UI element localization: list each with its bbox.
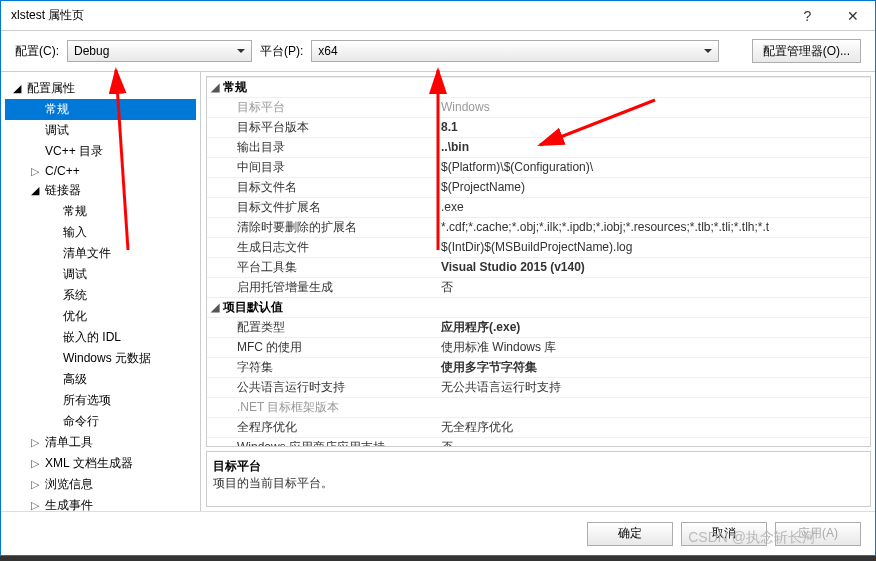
- tree-item[interactable]: ◢链接器: [5, 180, 196, 201]
- property-value[interactable]: *.cdf;*.cache;*.obj;*.ilk;*.ipdb;*.iobj;…: [437, 217, 870, 237]
- property-grid[interactable]: ◢常规目标平台Windows目标平台版本8.1输出目录..\bin中间目录$(P…: [206, 76, 871, 447]
- config-manager-button[interactable]: 配置管理器(O)...: [752, 39, 861, 63]
- tree-item[interactable]: 系统: [5, 285, 196, 306]
- grid-category[interactable]: ◢常规: [207, 77, 870, 97]
- tree-item[interactable]: 调试: [5, 264, 196, 285]
- main-area: ◢配置属性常规调试VC++ 目录▷C/C++◢链接器常规输入清单文件调试系统优化…: [1, 71, 875, 511]
- property-value[interactable]: 无全程序优化: [437, 417, 870, 437]
- property-value[interactable]: $(Platform)\$(Configuration)\: [437, 157, 870, 177]
- tree-item[interactable]: 常规: [5, 99, 196, 120]
- tree-item-label: Windows 元数据: [63, 350, 151, 367]
- property-value[interactable]: 8.1: [437, 117, 870, 137]
- tree-item[interactable]: Windows 元数据: [5, 348, 196, 369]
- nav-tree[interactable]: ◢配置属性常规调试VC++ 目录▷C/C++◢链接器常规输入清单文件调试系统优化…: [1, 72, 201, 511]
- expander-icon: ◢: [31, 184, 41, 197]
- tree-item-label: 生成事件: [45, 497, 93, 511]
- tree-item[interactable]: 嵌入的 IDL: [5, 327, 196, 348]
- tree-item[interactable]: 所有选项: [5, 390, 196, 411]
- tree-item-label: C/C++: [45, 164, 80, 178]
- property-value[interactable]: Visual Studio 2015 (v140): [437, 257, 870, 277]
- window-title: xlstest 属性页: [11, 7, 785, 24]
- tree-item[interactable]: 高级: [5, 369, 196, 390]
- cancel-button[interactable]: 取消: [681, 522, 767, 546]
- grid-row[interactable]: 目标文件扩展名.exe: [207, 197, 870, 217]
- tree-item[interactable]: 调试: [5, 120, 196, 141]
- grid-row[interactable]: 平台工具集Visual Studio 2015 (v140): [207, 257, 870, 277]
- config-combo[interactable]: Debug: [67, 40, 252, 62]
- property-value[interactable]: 应用程序(.exe): [437, 317, 870, 337]
- grid-row[interactable]: 全程序优化无全程序优化: [207, 417, 870, 437]
- grid-row[interactable]: 输出目录..\bin: [207, 137, 870, 157]
- expander-icon: ▷: [31, 165, 41, 178]
- property-name: 目标平台: [207, 97, 437, 117]
- tree-item[interactable]: 命令行: [5, 411, 196, 432]
- expander-icon: ▷: [31, 478, 41, 491]
- grid-category[interactable]: ◢项目默认值: [207, 297, 870, 317]
- toolbar: 配置(C): Debug 平台(P): x64 配置管理器(O)...: [1, 31, 875, 71]
- tree-item-label: 高级: [63, 371, 87, 388]
- grid-row[interactable]: Windows 应用商店应用支持否: [207, 437, 870, 447]
- grid-row[interactable]: 中间目录$(Platform)\$(Configuration)\: [207, 157, 870, 177]
- expander-icon: ◢: [13, 82, 23, 95]
- tree-item[interactable]: ▷清单工具: [5, 432, 196, 453]
- tree-item-label: 系统: [63, 287, 87, 304]
- grid-row[interactable]: 生成日志文件$(IntDir)$(MSBuildProjectName).log: [207, 237, 870, 257]
- apply-button[interactable]: 应用(A): [775, 522, 861, 546]
- tree-item-label: 优化: [63, 308, 87, 325]
- tree-item-label: 清单工具: [45, 434, 93, 451]
- tree-item-label: 常规: [63, 203, 87, 220]
- close-button[interactable]: ✕: [830, 1, 875, 31]
- expander-icon: ▷: [31, 436, 41, 449]
- tree-item[interactable]: VC++ 目录: [5, 141, 196, 162]
- tree-item-label: 输入: [63, 224, 87, 241]
- property-value[interactable]: $(IntDir)$(MSBuildProjectName).log: [437, 237, 870, 257]
- property-value[interactable]: ..\bin: [437, 137, 870, 157]
- tree-item[interactable]: 常规: [5, 201, 196, 222]
- tree-item[interactable]: ▷浏览信息: [5, 474, 196, 495]
- tree-item[interactable]: ◢配置属性: [5, 78, 196, 99]
- property-value[interactable]: 无公共语言运行时支持: [437, 377, 870, 397]
- property-value[interactable]: 使用多字节字符集: [437, 357, 870, 377]
- tree-item-label: XML 文档生成器: [45, 455, 133, 472]
- tree-item-label: 所有选项: [63, 392, 111, 409]
- grid-row[interactable]: 目标平台版本8.1: [207, 117, 870, 137]
- property-value[interactable]: 使用标准 Windows 库: [437, 337, 870, 357]
- grid-row[interactable]: 清除时要删除的扩展名*.cdf;*.cache;*.obj;*.ilk;*.ip…: [207, 217, 870, 237]
- help-button[interactable]: ?: [785, 1, 830, 31]
- tree-item-label: 调试: [45, 122, 69, 139]
- grid-row[interactable]: 目标文件名$(ProjectName): [207, 177, 870, 197]
- grid-row[interactable]: 配置类型应用程序(.exe): [207, 317, 870, 337]
- grid-row[interactable]: 启用托管增量生成否: [207, 277, 870, 297]
- property-value[interactable]: .exe: [437, 197, 870, 217]
- ok-button[interactable]: 确定: [587, 522, 673, 546]
- grid-row[interactable]: MFC 的使用使用标准 Windows 库: [207, 337, 870, 357]
- grid-row[interactable]: 公共语言运行时支持无公共语言运行时支持: [207, 377, 870, 397]
- property-name: 输出目录: [207, 137, 437, 157]
- tree-item[interactable]: 清单文件: [5, 243, 196, 264]
- tree-item[interactable]: 优化: [5, 306, 196, 327]
- expander-icon: ▷: [31, 499, 41, 511]
- property-name: 目标文件名: [207, 177, 437, 197]
- collapse-icon: ◢: [211, 298, 219, 317]
- tree-item[interactable]: ▷生成事件: [5, 495, 196, 511]
- tree-item[interactable]: ▷C/C++: [5, 162, 196, 180]
- property-value[interactable]: Windows: [437, 97, 870, 117]
- property-value[interactable]: 否: [437, 277, 870, 297]
- property-value[interactable]: [437, 397, 870, 417]
- grid-row[interactable]: 目标平台Windows: [207, 97, 870, 117]
- tree-item-label: 配置属性: [27, 80, 75, 97]
- property-name: 中间目录: [207, 157, 437, 177]
- platform-combo[interactable]: x64: [311, 40, 719, 62]
- grid-row[interactable]: 字符集使用多字节字符集: [207, 357, 870, 377]
- property-value[interactable]: $(ProjectName): [437, 177, 870, 197]
- property-name: 清除时要删除的扩展名: [207, 217, 437, 237]
- property-value[interactable]: 否: [437, 437, 870, 447]
- content-area: ◢常规目标平台Windows目标平台版本8.1输出目录..\bin中间目录$(P…: [201, 72, 875, 511]
- tree-item[interactable]: ▷XML 文档生成器: [5, 453, 196, 474]
- tree-item[interactable]: 输入: [5, 222, 196, 243]
- description-title: 目标平台: [213, 458, 864, 475]
- tree-item-label: 命令行: [63, 413, 99, 430]
- footer: 确定 取消 应用(A): [1, 511, 875, 555]
- property-name: MFC 的使用: [207, 337, 437, 357]
- grid-row[interactable]: .NET 目标框架版本: [207, 397, 870, 417]
